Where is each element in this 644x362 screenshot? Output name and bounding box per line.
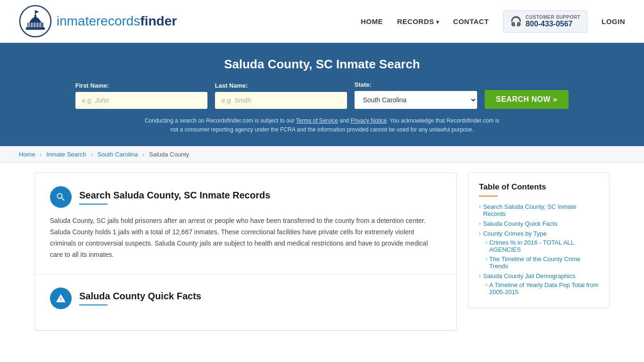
- svg-rect-7: [37, 23, 38, 27]
- toc-link-quick-facts[interactable]: › Saluda County Quick Facts: [479, 220, 599, 227]
- section-title-underline-qf: [79, 304, 107, 305]
- chevron-icon-2: ›: [479, 230, 481, 236]
- logo-icon: [19, 5, 52, 38]
- breadcrumb-inmate-search[interactable]: Inmate Search: [46, 151, 86, 158]
- nav-records[interactable]: RECORDS: [397, 17, 439, 25]
- first-name-label: First Name:: [75, 82, 109, 89]
- customer-support-box[interactable]: 🎧 CUSTOMER SUPPORT 800-433-0567: [503, 10, 587, 33]
- support-text-area: CUSTOMER SUPPORT 800-433-0567: [526, 15, 580, 28]
- toc-link-crimes-2016[interactable]: › Crimes % in 2016 - TOTAL ALL AGENCIES: [486, 239, 599, 253]
- nav-login[interactable]: LOGIN: [602, 17, 625, 25]
- support-label: CUSTOMER SUPPORT: [526, 15, 580, 20]
- section-title-search: Search Saluda County, SC Inmate Records: [79, 190, 270, 201]
- toc-item-2: › County Crimes by Type › Crimes % in 20…: [479, 230, 599, 270]
- toc-title: Table of Contents: [479, 182, 599, 192]
- chevron-icon-3: ›: [479, 273, 481, 279]
- toc-item-0: › Search Saluda County, SC Inmate Record…: [479, 203, 599, 217]
- article: Search Saluda County, SC Inmate Records …: [34, 173, 457, 330]
- toc-divider: [479, 196, 498, 197]
- section-header-search: Search Saluda County, SC Inmate Records: [50, 186, 441, 208]
- section-title-qf-wrapper: Saluda County Quick Facts: [79, 291, 201, 305]
- breadcrumb-sep-2: ›: [91, 151, 92, 158]
- breadcrumb-sep-3: ›: [142, 151, 144, 158]
- toc-link-yearly-data[interactable]: › A Timeline of Yearly Data Pop Total fr…: [486, 281, 599, 296]
- state-label: State:: [355, 81, 372, 88]
- toc-list: › Search Saluda County, SC Inmate Record…: [479, 203, 599, 296]
- search-form: First Name: Last Name: State: South Caro…: [19, 81, 625, 109]
- chevron-icon-sub-2: ›: [486, 282, 487, 288]
- privacy-link[interactable]: Privacy Notice: [351, 117, 387, 124]
- last-name-input[interactable]: [215, 92, 347, 109]
- toc-sublist-crimes: › Crimes % in 2016 - TOTAL ALL AGENCIES …: [486, 239, 599, 270]
- sidebar: Table of Contents › Search Saluda County…: [468, 173, 610, 330]
- svg-rect-5: [31, 23, 33, 27]
- toc-subitem-crimes-2016: › Crimes % in 2016 - TOTAL ALL AGENCIES: [486, 239, 599, 253]
- svg-rect-10: [35, 10, 36, 15]
- svg-marker-11: [36, 10, 39, 13]
- first-name-group: First Name:: [75, 82, 207, 109]
- chevron-icon-sub-0: ›: [486, 239, 487, 245]
- svg-rect-6: [34, 23, 35, 27]
- svg-rect-8: [40, 23, 41, 27]
- search-banner: Saluda County, SC Inmate Search First Na…: [0, 43, 644, 146]
- warning-icon: [56, 293, 66, 304]
- search-button[interactable]: SEARCH NOW »: [485, 90, 569, 109]
- breadcrumb-state[interactable]: South Carolina: [97, 151, 138, 158]
- section-body-search: Saluda County, SC jails hold prisoners a…: [50, 215, 441, 260]
- toc-subitem-yearly: › A Timeline of Yearly Data Pop Total fr…: [486, 281, 599, 296]
- site-header: inmaterecordsfinder HOME RECORDS CONTACT…: [0, 0, 644, 43]
- toc-sublist-yearly: › A Timeline of Yearly Data Pop Total fr…: [486, 281, 599, 296]
- toc-link-crime-trends[interactable]: › The Timeline of the County Crime Trend…: [486, 255, 599, 270]
- toc-item-3: › Saluda County Jail Demographics › A Ti…: [479, 272, 599, 296]
- nav-contact[interactable]: CONTACT: [453, 17, 489, 25]
- toc-link-crimes-type[interactable]: › County Crimes by Type: [479, 230, 599, 237]
- main-nav: HOME RECORDS CONTACT 🎧 CUSTOMER SUPPORT …: [361, 10, 625, 33]
- nav-home[interactable]: HOME: [361, 17, 383, 25]
- toc-link-search[interactable]: › Search Saluda County, SC Inmate Record…: [479, 203, 599, 217]
- breadcrumb-sep-1: ›: [40, 151, 41, 158]
- logo-area: inmaterecordsfinder: [19, 5, 177, 38]
- breadcrumb-current: Saluda County: [149, 151, 189, 158]
- search-section-icon: [50, 186, 72, 208]
- chevron-icon-0: ›: [479, 204, 481, 209]
- headset-icon: 🎧: [510, 16, 522, 27]
- section-title-underline-search: [79, 204, 107, 205]
- search-icon: [56, 192, 66, 202]
- toc-item-1: › Saluda County Quick Facts: [479, 220, 599, 227]
- toc-link-demographics[interactable]: › Saluda County Jail Demographics: [479, 272, 599, 280]
- state-select[interactable]: South Carolina: [355, 91, 477, 109]
- tos-link[interactable]: Terms of Service: [296, 117, 338, 124]
- logo-text: inmaterecordsfinder: [57, 14, 177, 29]
- svg-rect-9: [34, 15, 36, 20]
- first-name-input[interactable]: [75, 92, 207, 109]
- toc-subitem-crime-trends: › The Timeline of the County Crime Trend…: [486, 255, 599, 270]
- page-title: Saluda County, SC Inmate Search: [19, 57, 625, 72]
- svg-rect-2: [26, 27, 45, 30]
- state-group: State: South Carolina: [355, 81, 477, 109]
- section-search: Search Saluda County, SC Inmate Records …: [35, 173, 456, 274]
- chevron-icon-sub-1: ›: [486, 256, 487, 262]
- search-disclaimer: Conducting a search on Recordsfinder.com…: [143, 116, 501, 134]
- breadcrumb: Home › Inmate Search › South Carolina › …: [0, 146, 644, 163]
- section-title-quick-facts: Saluda County Quick Facts: [79, 291, 201, 302]
- section-header-quick-facts: Saluda County Quick Facts: [50, 288, 441, 309]
- support-number: 800-433-0567: [526, 20, 580, 28]
- last-name-label: Last Name:: [215, 82, 248, 89]
- last-name-group: Last Name:: [215, 82, 347, 109]
- section-quick-facts: Saluda County Quick Facts: [35, 274, 456, 330]
- svg-rect-4: [28, 23, 30, 27]
- chevron-icon-1: ›: [479, 221, 481, 226]
- main-content: Search Saluda County, SC Inmate Records …: [20, 163, 624, 340]
- breadcrumb-home[interactable]: Home: [19, 151, 35, 158]
- warning-section-icon: [50, 288, 72, 309]
- section-title-search-wrapper: Search Saluda County, SC Inmate Records: [79, 190, 270, 205]
- toc-box: Table of Contents › Search Saluda County…: [468, 173, 610, 308]
